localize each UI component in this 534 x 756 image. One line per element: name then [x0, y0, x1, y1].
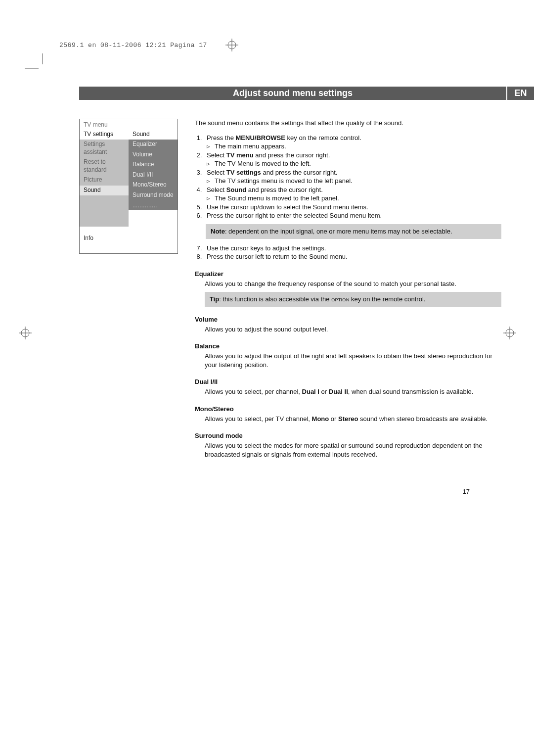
section-balance: Balance Allows you to adjust the output …: [195, 342, 501, 369]
step-list-cont: Use the cursor keys to adjust the settin…: [195, 244, 501, 261]
section-body: Allows you to adjust the output of the r…: [205, 352, 501, 369]
menu-item: TV settings: [80, 129, 129, 140]
submenu-item: Mono/Stereo: [129, 180, 178, 190]
tip-box: Tip: this function is also accessible vi…: [205, 292, 501, 307]
body-content: The sound menu contains the settings tha…: [178, 119, 504, 495]
step: Use the cursor up/down to select the Sou…: [204, 203, 501, 212]
section-heading: Equalizer: [195, 270, 501, 278]
submenu-item: Volume: [129, 149, 178, 160]
section-body: Allows you to adjust the sound output le…: [205, 325, 501, 334]
page-number: 17: [195, 488, 501, 495]
section-body: Allows you to select, per channel, Dual …: [205, 387, 501, 396]
section-mono-stereo: Mono/Stereo Allows you to select, per TV…: [195, 405, 501, 424]
step: Select TV menu and press the cursor righ…: [204, 151, 501, 168]
intro-text: The sound menu contains the settings tha…: [195, 119, 501, 128]
section-heading: Balance: [195, 342, 501, 350]
note-box: Note: dependent on the input signal, one…: [206, 224, 501, 239]
step: Press the cursor left to return to the S…: [204, 252, 501, 261]
crop-mark-icon: [25, 53, 44, 73]
running-head: 2569.1 en 08-11-2006 12:21 Pagina 17: [59, 42, 207, 49]
section-body: Allows you to select the modes for more …: [205, 441, 501, 459]
page-title: Adjust sound menu settings: [79, 87, 506, 100]
section-body: Allows you to change the frequency respo…: [205, 280, 501, 288]
step: Press the cursor right to enter the sele…: [204, 211, 501, 220]
submenu-item: Surround mode: [129, 190, 178, 201]
menu-item: Picture: [80, 175, 129, 186]
step: Select Sound and press the cursor right.…: [204, 186, 501, 203]
section-dual: Dual I/II Allows you to select, per chan…: [195, 378, 501, 396]
submenu-more: ..............: [129, 200, 178, 210]
menu-item: Reset to standard: [80, 157, 129, 175]
section-heading: Mono/Stereo: [195, 405, 501, 413]
section-heading: Dual I/II: [195, 378, 501, 385]
step-list: Press the MENU/BROWSE key on the remote …: [195, 134, 501, 220]
step: Press the MENU/BROWSE key on the remote …: [204, 134, 501, 151]
menu-title: TV menu: [80, 119, 178, 129]
svg-point-2: [228, 41, 236, 49]
step: Use the cursor keys to adjust the settin…: [204, 244, 501, 253]
menu-right-col: Sound Equalizer Volume Balance Dual I/II…: [129, 129, 178, 227]
menu-info-row: Info: [80, 227, 178, 253]
result-mark-icon: ▹: [207, 142, 215, 151]
section-body: Allows you to select, per TV channel, Mo…: [205, 415, 501, 424]
result-mark-icon: ▹: [207, 159, 215, 168]
section-surround: Surround mode Allows you to select the m…: [195, 432, 501, 459]
submenu-item: Equalizer: [129, 140, 178, 150]
manual-page: 2569.1 en 08-11-2006 12:21 Pagina 17 Adj…: [0, 0, 534, 515]
language-badge: EN: [506, 87, 534, 100]
menu-item-active: Sound: [80, 186, 129, 196]
section-equalizer: Equalizer Allows you to change the frequ…: [195, 270, 501, 307]
result-mark-icon: ▹: [207, 194, 215, 203]
tv-menu-box: TV menu TV settings Settings assistant R…: [79, 119, 178, 254]
submenu-item: Dual I/II: [129, 170, 178, 180]
submenu-header: Sound: [129, 129, 178, 140]
section-volume: Volume Allows you to adjust the sound ou…: [195, 316, 501, 334]
menu-item: Settings assistant: [80, 140, 129, 157]
result-mark-icon: ▹: [207, 177, 215, 186]
section-heading: Volume: [195, 316, 501, 323]
page-header-band: Adjust sound menu settings EN: [0, 87, 534, 100]
step: Select TV settings and press the cursor …: [204, 168, 501, 186]
menu-left-col: TV settings Settings assistant Reset to …: [80, 129, 129, 227]
section-heading: Surround mode: [195, 432, 501, 439]
registration-mark-icon: [225, 39, 236, 49]
submenu-item: Balance: [129, 160, 178, 170]
